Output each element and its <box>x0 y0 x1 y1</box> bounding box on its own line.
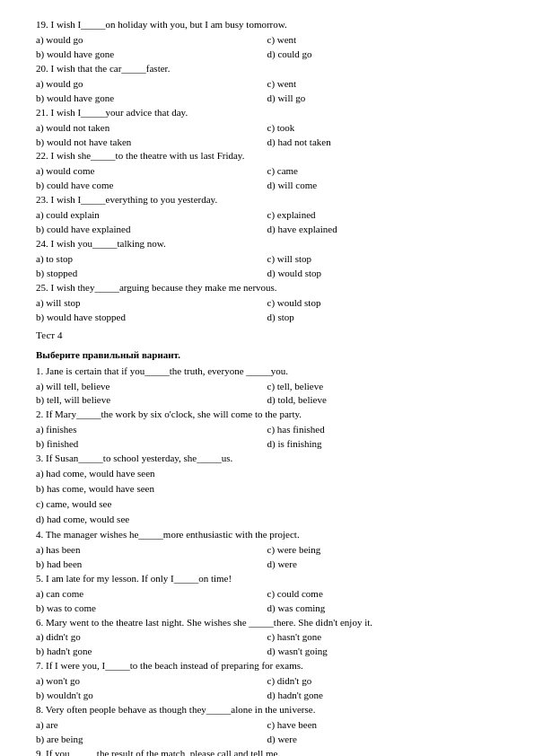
options-row: b) was to comed) was coming <box>36 602 498 616</box>
option-right: c) didn't go <box>267 674 499 689</box>
option-left: b) are being <box>36 733 267 747</box>
options-row: a) finishesc) has finished <box>36 423 498 437</box>
option-right: d) was coming <box>267 602 499 616</box>
options-row: b) finishedd) is finishing <box>36 437 498 452</box>
option-left: a) didn't go <box>36 630 267 645</box>
option-left: b) tell, will believe <box>36 393 267 408</box>
options-row: b) wouldn't god) hadn't gone <box>36 689 498 703</box>
question-text: 19. I wish I_____on holiday with you, bu… <box>36 18 498 32</box>
options-row: b) would have goned) could go <box>36 48 498 62</box>
option-right: c) tell, believe <box>267 380 499 394</box>
question-text: 23. I wish I_____everything to you yeste… <box>36 193 498 207</box>
option-single: b) has come, would have seen <box>36 482 498 497</box>
option-left: a) will stop <box>36 296 267 311</box>
question-text: 21. I wish I_____your advice that day. <box>36 106 498 120</box>
option-left: b) would have gone <box>36 92 267 106</box>
option-left: a) would come <box>36 164 267 179</box>
option-right: d) hadn't gone <box>267 689 499 703</box>
options-row: a) can comec) could come <box>36 587 498 602</box>
option-left: b) stopped <box>36 267 267 281</box>
question-text: 20. I wish that the car_____faster. <box>36 62 498 76</box>
option-left: b) could have explained <box>36 223 267 237</box>
option-left: b) would have gone <box>36 48 267 62</box>
option-right: d) told, believe <box>267 393 499 408</box>
option-left: b) would not have taken <box>36 136 267 150</box>
option-right: c) will stop <box>267 252 499 267</box>
options-row: a) would not takenc) took <box>36 121 498 136</box>
options-row: a) would goc) went <box>36 33 498 48</box>
option-right: d) stop <box>267 311 499 325</box>
option-right: d) had not taken <box>267 136 499 150</box>
option-right: d) would stop <box>267 267 499 281</box>
option-right: c) explained <box>267 208 499 223</box>
question-text: 1. Jane is certain that if you_____the t… <box>36 365 498 379</box>
options-row: a) would comec) came <box>36 164 498 179</box>
options-row: a) won't goc) didn't go <box>36 674 498 689</box>
option-right: d) have explained <box>267 223 499 237</box>
option-left: b) had been <box>36 558 267 572</box>
option-right: c) has finished <box>267 423 499 437</box>
options-row: a) has beenc) were being <box>36 543 498 558</box>
option-left: a) has been <box>36 543 267 558</box>
option-right: c) hasn't gone <box>267 630 499 645</box>
option-right: d) were <box>267 558 499 572</box>
option-right: c) took <box>267 121 499 136</box>
question-text: 9. If you_____ the result of the match, … <box>36 747 498 756</box>
options-row: b) would not have takend) had not taken <box>36 136 498 150</box>
option-right: c) went <box>267 33 499 48</box>
option-left: a) would go <box>36 77 267 92</box>
option-left: a) won't go <box>36 674 267 689</box>
options-row: b) are beingd) were <box>36 733 498 747</box>
option-left: b) wouldn't go <box>36 689 267 703</box>
option-left: a) are <box>36 718 267 733</box>
option-right: c) came <box>267 164 499 179</box>
question-text: 25. I wish they_____arguing because they… <box>36 281 498 295</box>
options-row: b) had beend) were <box>36 558 498 572</box>
options-row: b) could have explainedd) have explained <box>36 223 498 237</box>
option-left: b) was to come <box>36 602 267 616</box>
options-row: a) will tell, believec) tell, believe <box>36 380 498 394</box>
option-right: d) wasn't going <box>267 645 499 659</box>
option-left: a) could explain <box>36 208 267 223</box>
option-left: b) finished <box>36 437 267 452</box>
options-row: b) hadn't goned) wasn't going <box>36 645 498 659</box>
options-row: a) could explainc) explained <box>36 208 498 223</box>
option-left: b) would have stopped <box>36 311 267 325</box>
section-title: Выберите правильный вариант. <box>36 348 498 363</box>
question-text: 3. If Susan_____to school yesterday, she… <box>36 452 498 466</box>
option-right: c) went <box>267 77 499 92</box>
test-header: Тест 4 <box>36 329 498 343</box>
option-right: c) could come <box>267 587 499 602</box>
options-row: a) arec) have been <box>36 718 498 733</box>
option-right: c) have been <box>267 718 499 733</box>
option-right: c) would stop <box>267 296 499 311</box>
option-left: a) can come <box>36 587 267 602</box>
main-content: 19. I wish I_____on holiday with you, bu… <box>36 18 498 756</box>
options-row: b) could have comed) will come <box>36 179 498 193</box>
options-row: a) will stopc) would stop <box>36 296 498 311</box>
option-right: d) will come <box>267 179 499 193</box>
question-text: 4. The manager wishes he_____more enthus… <box>36 528 498 542</box>
option-left: a) would go <box>36 33 267 48</box>
option-left: b) hadn't gone <box>36 645 267 659</box>
options-row: a) to stopc) will stop <box>36 252 498 267</box>
option-single: a) had come, would have seen <box>36 467 498 481</box>
question-text: 6. Mary went to the theatre last night. … <box>36 616 498 630</box>
question-text: 8. Very often people behave as though th… <box>36 703 498 717</box>
question-text: 5. I am late for my lesson. If only I___… <box>36 572 498 586</box>
option-right: d) is finishing <box>267 437 499 452</box>
option-left: a) would not taken <box>36 121 267 136</box>
question-text: 24. I wish you_____talking now. <box>36 237 498 251</box>
question-text: 2. If Mary_____the work by six o'clock, … <box>36 408 498 422</box>
option-single: d) had come, would see <box>36 513 498 527</box>
option-left: a) finishes <box>36 423 267 437</box>
options-row: b) stoppedd) would stop <box>36 267 498 281</box>
question-text: 22. I wish she_____to the theatre with u… <box>36 149 498 163</box>
options-row: b) would have stoppedd) stop <box>36 311 498 325</box>
option-right: c) were being <box>267 543 499 558</box>
option-left: b) could have come <box>36 179 267 193</box>
options-row: b) would have goned) will go <box>36 92 498 106</box>
options-row: b) tell, will believed) told, believe <box>36 393 498 408</box>
option-left: a) to stop <box>36 252 267 267</box>
question-text: 7. If I were you, I_____to the beach ins… <box>36 659 498 673</box>
